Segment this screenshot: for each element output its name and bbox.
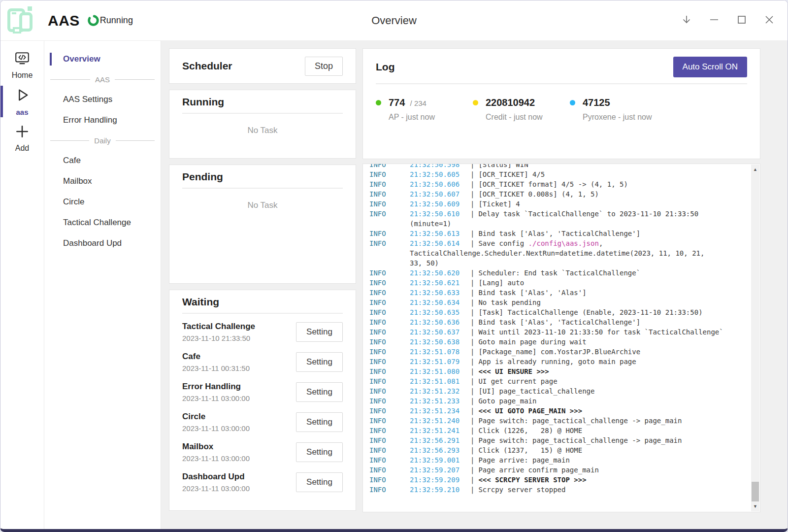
scheduler-title: Scheduler	[182, 60, 232, 72]
log-scrollbar[interactable]: ▲ ▼	[751, 165, 759, 511]
log-indent	[369, 248, 410, 258]
log-separator: |	[470, 347, 474, 357]
rail-item-home[interactable]: Home	[0, 47, 44, 83]
waiting-task-list: Tactical Challenge2023-11-10 21:33:50Set…	[182, 317, 343, 497]
scrollbar-up-icon[interactable]: ▲	[751, 166, 759, 173]
log-level: INFO	[369, 347, 410, 357]
log-message: [Package_name] com.YostarJP.BlueArchive	[478, 347, 640, 357]
close-button[interactable]	[761, 12, 778, 29]
task-next-run: 2023-11-11 03:00:00	[182, 454, 250, 463]
log-level: INFO	[369, 317, 410, 327]
log-timestamp: 21:32:59.207	[410, 465, 470, 475]
sidebar-item-error-handling[interactable]: Error Handling	[44, 110, 161, 131]
sidebar-item-cafe[interactable]: Cafe	[44, 150, 161, 171]
task-setting-button[interactable]: Setting	[296, 472, 343, 492]
log-timestamp: 21:32:50.614	[410, 238, 470, 248]
log-line: INFO21:32:51.079|App is already running,…	[369, 357, 751, 366]
status-label: Running	[100, 15, 133, 26]
stat-value: 220810942	[486, 97, 535, 108]
log-level: INFO	[369, 278, 410, 288]
log-message: Wait until 2023-11-10 21:33:50 for task …	[478, 327, 723, 337]
task-setting-button[interactable]: Setting	[296, 442, 343, 462]
log-line: TacticalChallenge.Scheduler.NextRun=date…	[369, 248, 751, 258]
log-separator: |	[470, 337, 474, 347]
resource-stats: 774 / 234AP - just now220810942Credit - …	[376, 97, 747, 122]
log-line: INFO21:32:50.638|Goto main page during w…	[369, 337, 751, 347]
task-setting-button[interactable]: Setting	[296, 382, 343, 402]
resource-stat: 220810942Credit - just now	[473, 97, 570, 122]
log-header: Log Auto Scroll ON	[376, 56, 747, 78]
minimize-icon	[708, 14, 720, 28]
sidebar-item-mailbox[interactable]: Mailbox	[44, 171, 161, 192]
log-timestamp: 21:32:50.635	[410, 307, 470, 317]
auto-scroll-toggle[interactable]: Auto Scroll ON	[673, 57, 747, 77]
minimize-button[interactable]	[706, 12, 722, 29]
task-name: Cafe	[182, 352, 250, 362]
log-message: [UI] page_tactical_challenge	[478, 386, 594, 396]
rail-item-add[interactable]: Add	[0, 120, 44, 156]
log-lines: INFO21:32:50.598|[Status] WININFO21:32:5…	[363, 164, 751, 495]
sidebar-section-label: AAS	[95, 75, 110, 84]
stat-value-row: 220810942	[473, 97, 570, 108]
log-message: Page switch: page_tactical_challenge -> …	[478, 435, 682, 445]
rail-item-aas[interactable]: aas	[0, 83, 44, 120]
log-line: INFO21:32:59.210|Scrcpy server stopped	[369, 485, 751, 495]
log-separator: |	[470, 366, 474, 376]
sidebar-item-overview[interactable]: Overview	[44, 49, 161, 69]
log-separator: |	[470, 278, 474, 288]
task-setting-button[interactable]: Setting	[296, 322, 343, 342]
log-level: INFO	[369, 268, 410, 278]
scheduler-stop-button[interactable]: Stop	[305, 57, 343, 76]
log-level: INFO	[369, 337, 410, 347]
log-line: INFO21:32:50.607|[OCR_TICKET 0.008s] (4,…	[369, 189, 751, 199]
sidebar-item-label: Overview	[63, 54, 100, 64]
task-setting-button[interactable]: Setting	[296, 412, 343, 432]
scrollbar-thumb[interactable]	[752, 482, 759, 501]
sidebar-item-dashboard-upd[interactable]: Dashboard Upd	[44, 233, 161, 254]
scrollbar-down-icon[interactable]: ▼	[751, 502, 759, 510]
log-line: INFO21:32:51.240|Page switch: page_tacti…	[369, 416, 751, 426]
log-separator: |	[470, 357, 474, 366]
sidebar-item-tactical-challenge[interactable]: Tactical Challenge	[44, 212, 161, 233]
sidebar-item-aas-settings[interactable]: AAS Settings	[44, 89, 161, 110]
task-next-run: 2023-11-11 00:31:50	[182, 364, 250, 372]
log-message: Scrcpy server stopped	[478, 485, 565, 495]
main-area: HomeaasAdd OverviewAASAAS SettingsError …	[0, 41, 788, 529]
log-line: INFO21:32:50.614|Save config ./config\aa…	[369, 238, 751, 248]
log-level: INFO	[369, 209, 410, 219]
log-line: INFO21:32:50.613|Bind task ['Alas', 'Tac…	[369, 229, 751, 238]
play-icon	[14, 87, 31, 105]
log-separator: |	[470, 169, 474, 179]
log-level: INFO	[369, 307, 410, 317]
divider-line	[50, 140, 89, 141]
stat-value-row: 47125	[570, 97, 667, 108]
log-level: INFO	[369, 406, 410, 416]
log-console[interactable]: INFO21:32:50.598|[Status] WININFO21:32:5…	[362, 164, 760, 512]
maximize-button[interactable]	[733, 12, 750, 29]
tasks-column: Scheduler Stop Running No Task Pending N…	[169, 48, 356, 529]
task-setting-button[interactable]: Setting	[296, 352, 343, 372]
sidebar-section-divider: AAS	[44, 69, 161, 89]
stat-suffix: / 234	[408, 99, 427, 107]
log-timestamp: 21:32:50.606	[410, 179, 470, 189]
task-info: Dashboard Upd2023-11-11 03:00:00	[182, 472, 250, 493]
log-timestamp: 21:32:50.613	[410, 229, 470, 238]
log-separator: |	[470, 179, 474, 189]
page-title: Overview	[371, 14, 417, 27]
sidebar-item-circle[interactable]: Circle	[44, 192, 161, 212]
maximize-icon	[736, 14, 748, 28]
log-line: INFO21:32:51.233|Goto page_main	[369, 396, 751, 406]
log-separator: |	[470, 268, 474, 278]
log-timestamp: 21:32:50.598	[410, 164, 470, 169]
sidebar-item-label: Mailbox	[63, 176, 92, 186]
resource-stat: 774 / 234AP - just now	[376, 97, 473, 122]
log-message: (minute=1)	[410, 219, 451, 229]
waiting-task-row: Dashboard Upd2023-11-11 03:00:00Setting	[182, 467, 343, 497]
log-timestamp: 21:32:51.079	[410, 357, 470, 366]
window-controls	[678, 12, 778, 29]
update-button[interactable]	[678, 12, 695, 29]
title-bar: AAS Running Overview	[0, 0, 788, 41]
log-message: <<< UI ENSURE >>>	[478, 366, 549, 376]
pending-empty-text: No Task	[182, 200, 343, 210]
scheduler-status: Running	[87, 14, 133, 27]
